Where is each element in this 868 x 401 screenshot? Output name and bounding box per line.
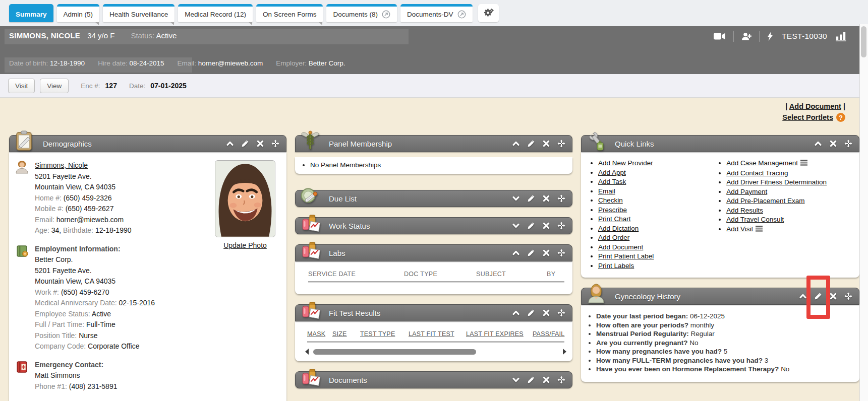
lightning-bolt-icon[interactable] xyxy=(767,32,773,41)
portlet-labs: Labs SERVICE DATEDOC TYPESUBJECTBY xyxy=(295,244,572,294)
person-add-icon[interactable] xyxy=(741,32,751,40)
quick-link[interactable]: Add Travel Consult xyxy=(726,216,784,223)
move-icon[interactable] xyxy=(844,140,852,148)
close-icon[interactable] xyxy=(829,140,837,148)
close-icon[interactable] xyxy=(542,222,550,230)
video-camera-icon[interactable] xyxy=(714,32,726,40)
close-icon[interactable] xyxy=(829,292,837,300)
patient-age-sex: 34 y/o F xyxy=(87,31,114,40)
close-icon[interactable] xyxy=(542,376,550,384)
quick-link[interactable]: Add Visit xyxy=(726,225,753,233)
close-icon[interactable] xyxy=(542,309,550,317)
wrench-icon xyxy=(585,130,607,152)
move-icon[interactable] xyxy=(557,376,565,384)
quick-link[interactable]: Add New Provider xyxy=(598,159,653,167)
edit-icon[interactable] xyxy=(814,292,822,300)
quick-link[interactable]: Add Order xyxy=(598,234,629,241)
enc-value: 127 xyxy=(105,82,117,90)
add-document-link[interactable]: Add Document xyxy=(789,102,841,110)
edit-icon[interactable] xyxy=(527,309,535,317)
tab-documents-dv[interactable]: Documents-DV xyxy=(400,4,473,22)
expand-icon[interactable] xyxy=(512,194,520,203)
scroll-left-arrow[interactable] xyxy=(305,349,309,355)
move-icon[interactable] xyxy=(557,140,565,148)
quick-link[interactable]: Add Results xyxy=(726,207,763,214)
quick-link[interactable]: Add Pre-Placement Exam xyxy=(726,197,804,205)
sortable-column-header[interactable]: LAST FIT TEST xyxy=(409,330,466,338)
sortable-column-header[interactable]: MASK xyxy=(307,330,332,338)
close-icon[interactable] xyxy=(542,140,550,148)
edit-icon[interactable] xyxy=(527,140,535,148)
quick-link[interactable]: Checkin xyxy=(598,196,623,204)
tab-medical-record[interactable]: Medical Record (12) xyxy=(178,4,253,22)
move-icon[interactable] xyxy=(557,309,565,317)
quick-link[interactable]: Add Document xyxy=(598,243,643,251)
collapse-icon[interactable] xyxy=(814,140,822,148)
scrollbar-thumb[interactable] xyxy=(313,349,476,355)
view-button[interactable]: View xyxy=(40,79,69,93)
visit-button[interactable]: Visit xyxy=(8,79,35,93)
quick-link[interactable]: Add Payment xyxy=(726,188,767,195)
scrollbar-thumb[interactable] xyxy=(861,26,866,57)
quick-link[interactable]: Add Appt xyxy=(598,169,626,176)
open-in-new-icon[interactable] xyxy=(457,10,466,19)
quick-link[interactable]: Print Patient Label xyxy=(598,252,654,260)
tab-summary[interactable]: Summary xyxy=(9,4,53,22)
list-view-icon[interactable] xyxy=(800,159,807,168)
sortable-column-header[interactable]: LAST FIT EXPIRES xyxy=(466,330,533,338)
quick-link[interactable]: Prescribe xyxy=(598,206,627,214)
settings-button[interactable] xyxy=(478,4,499,22)
quick-link[interactable]: Add Contact Tracing xyxy=(726,169,788,177)
move-icon[interactable] xyxy=(557,194,565,203)
close-icon[interactable] xyxy=(256,140,264,148)
edit-icon[interactable] xyxy=(527,222,535,230)
tab-admin[interactable]: Admin (5) xyxy=(57,4,100,22)
sortable-column-header[interactable]: PASS/FAIL xyxy=(533,330,565,338)
help-icon[interactable]: ? xyxy=(836,113,845,122)
expand-icon[interactable] xyxy=(512,376,520,384)
collapse-icon[interactable] xyxy=(512,249,520,257)
quick-link[interactable]: Add Task xyxy=(598,178,626,185)
collapse-icon[interactable] xyxy=(512,309,520,317)
scroll-right-arrow[interactable] xyxy=(563,349,566,355)
move-icon[interactable] xyxy=(271,140,279,148)
page-links: | Add Document | Select Portlets ? xyxy=(782,102,845,122)
portlet-header: Gynecology History xyxy=(581,288,859,305)
edit-icon[interactable] xyxy=(527,249,535,257)
move-icon[interactable] xyxy=(557,222,565,230)
collapse-icon[interactable] xyxy=(226,140,234,148)
tab-on-screen-forms[interactable]: On Screen Forms xyxy=(256,4,323,22)
quick-link[interactable]: Print Labels xyxy=(598,262,634,270)
tab-documents[interactable]: Documents (8) xyxy=(326,4,397,22)
collapse-icon[interactable] xyxy=(799,292,807,300)
open-in-new-icon[interactable] xyxy=(382,10,390,19)
info-line: Mountain View, CA 94035 xyxy=(35,276,211,287)
close-icon[interactable] xyxy=(542,249,550,257)
bar-chart-icon[interactable] xyxy=(836,32,846,41)
collapse-icon[interactable] xyxy=(512,140,520,148)
patient-name-link[interactable]: Simmons, Nicole xyxy=(35,161,88,169)
update-photo-link[interactable]: Update Photo xyxy=(223,241,267,249)
quick-link[interactable]: Add Case Management xyxy=(726,159,798,167)
quick-link[interactable]: Add Dictation xyxy=(598,225,639,232)
move-icon[interactable] xyxy=(557,249,565,257)
vertical-scrollbar[interactable] xyxy=(859,24,868,401)
emergency-contact-section: Emergency Contact: Matt Simmons xyxy=(15,360,211,392)
close-icon[interactable] xyxy=(542,194,550,203)
edit-icon[interactable] xyxy=(241,140,249,148)
quick-link[interactable]: Email xyxy=(598,187,615,195)
edit-icon[interactable] xyxy=(527,376,535,384)
quick-link[interactable]: Print Chart xyxy=(598,215,631,223)
quick-link-item: Add Case Management xyxy=(726,159,856,168)
quick-link[interactable]: Add Driver Fitness Determination xyxy=(726,178,827,186)
select-portlets-link[interactable]: Select Portlets xyxy=(782,113,833,121)
expand-icon[interactable] xyxy=(512,222,520,230)
person-section: Simmons, Nicole 5201 Fayette Ave. xyxy=(15,160,211,236)
sortable-column-header[interactable]: TEST TYPE xyxy=(360,330,409,338)
edit-icon[interactable] xyxy=(527,194,535,203)
move-icon[interactable] xyxy=(844,292,852,300)
list-view-icon[interactable] xyxy=(756,225,763,234)
sortable-column-header[interactable]: SIZE xyxy=(332,330,360,338)
tab-health-surveillance[interactable]: Health Surveillance xyxy=(103,4,175,22)
scrollbar-track[interactable] xyxy=(312,349,559,355)
